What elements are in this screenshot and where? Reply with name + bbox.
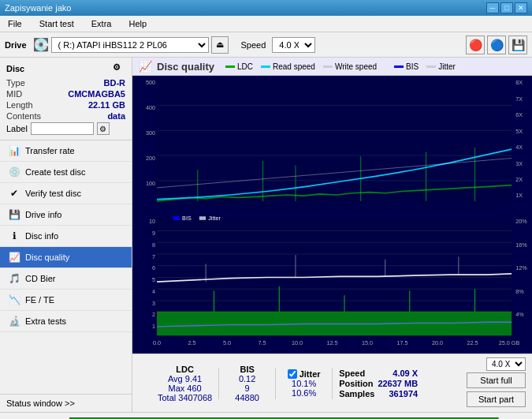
stats-bis-total: 44880 (235, 393, 259, 402)
svg-text:5: 5 (152, 276, 155, 283)
chart-title: Disc quality (157, 61, 214, 73)
stats-ldc-header: LDC (176, 365, 194, 374)
menubar: File Start test Extra Help (0, 16, 532, 32)
disc-gear-icon[interactable]: ⚙ (113, 62, 125, 75)
stats-divider-3 (332, 368, 333, 399)
svg-text:12.5: 12.5 (326, 339, 337, 346)
chart-legend: LDC Read speed Write speed (225, 62, 377, 71)
disc-mid-value: CMCMAGBA5 (68, 89, 125, 99)
stats-bis-header: BIS (240, 365, 254, 374)
legend-jitter-color (426, 65, 436, 68)
svg-text:17.5: 17.5 (396, 339, 407, 346)
minimize-button[interactable]: ─ (486, 2, 499, 13)
speed-value: 4.09 X (392, 368, 418, 378)
svg-text:5.0: 5.0 (223, 339, 231, 346)
disc-info-icon: ℹ (8, 230, 20, 242)
charts-svg: 500 400 300 200 100 8X 7X 6X 5X 4X 3X 2X… (132, 76, 532, 354)
chart-icon: 📈 (139, 60, 152, 73)
toolbar-icon-3[interactable]: 💾 (508, 36, 527, 54)
legend-bis-color (394, 65, 404, 68)
legend-ldc: LDC (225, 62, 253, 71)
svg-rect-0 (157, 80, 512, 206)
drive-select[interactable]: ( R:) ATAPI iHBS112 2 PL06 (51, 37, 209, 53)
verify-test-disc-icon: ✔ (8, 187, 20, 200)
nav-drive-info[interactable]: 💾 Drive info (0, 204, 132, 226)
disc-label-gear[interactable]: ⚙ (97, 122, 110, 135)
menu-extra[interactable]: Extra (87, 17, 117, 30)
status-window[interactable]: Status window >> (0, 394, 132, 412)
svg-text:25.0 GB: 25.0 GB (499, 339, 520, 346)
disc-label-input[interactable] (31, 122, 94, 135)
legend-bis-label: BIS (406, 62, 419, 71)
speed-row: Speed 4.09 X (339, 368, 418, 378)
svg-text:3: 3 (152, 299, 155, 306)
eject-button[interactable]: ⏏ (211, 36, 229, 54)
svg-text:10: 10 (149, 218, 155, 225)
nav-fe-te-label: FE / TE (25, 295, 54, 305)
status-window-label: Status window >> (6, 398, 75, 408)
start-part-button[interactable]: Start part (467, 391, 526, 407)
nav-disc-info[interactable]: ℹ Disc info (0, 226, 132, 247)
svg-text:20.0: 20.0 (432, 339, 443, 346)
svg-rect-71 (173, 216, 180, 220)
samples-row: Samples 361974 (339, 389, 418, 398)
svg-text:400: 400 (146, 104, 155, 111)
toolbar-icon-2[interactable]: 🔵 (487, 36, 506, 54)
speed-select[interactable]: 4.0 X 8.0 X Max (272, 37, 315, 53)
nav-disc-info-label: Disc info (25, 231, 58, 241)
titlebar-controls: ─ □ ✕ (486, 2, 527, 13)
svg-text:3X: 3X (515, 159, 523, 166)
nav-verify-test-disc-label: Verify test disc (25, 189, 81, 198)
speed-select2[interactable]: 4.0 X 8.0 X Max (486, 357, 526, 371)
menu-start-test[interactable]: Start test (35, 17, 79, 30)
svg-text:4%: 4% (515, 311, 524, 318)
disc-contents-value: data (107, 111, 125, 121)
drive-icon: 💽 (33, 37, 49, 52)
nav-disc-quality[interactable]: 📈 Disc quality (0, 247, 132, 268)
stats-bis-max: 9 (245, 383, 250, 393)
drive-info-icon: 💾 (8, 208, 20, 221)
nav-cd-bier[interactable]: 🎵 CD Bier (0, 268, 132, 290)
disc-type-label: Type (6, 78, 25, 88)
nav-disc-quality-label: Disc quality (25, 253, 69, 262)
chart-header: 📈 Disc quality LDC Read speed Write spee… (132, 58, 532, 76)
svg-text:10.0: 10.0 (292, 339, 303, 346)
legend-jitter: Jitter (426, 62, 456, 71)
disc-label-text: Label (6, 124, 28, 133)
svg-text:8X: 8X (515, 79, 523, 86)
menu-help[interactable]: Help (124, 17, 151, 30)
menu-file[interactable]: File (3, 17, 27, 30)
disc-type-row: Type BD-R (6, 78, 125, 88)
stats-bis-col: BIS 0.12 9 44880 (225, 365, 269, 402)
legend-ldc-color (225, 65, 235, 68)
legend-jitter-label: Jitter (438, 62, 456, 71)
main-layout: Disc ⚙ Type BD-R MID CMCMAGBA5 Length 22… (0, 58, 532, 412)
action-col: 4.0 X 8.0 X Max Start full Start part (467, 357, 526, 409)
disc-mid-label: MID (6, 89, 22, 99)
svg-text:16%: 16% (515, 241, 527, 249)
nav-transfer-rate[interactable]: 📊 Transfer rate (0, 140, 132, 162)
nav-fe-te[interactable]: 📉 FE / TE (0, 290, 132, 311)
sidebar-nav: 📊 Transfer rate 💿 Create test disc ✔ Ver… (0, 140, 132, 394)
svg-text:7: 7 (152, 253, 155, 260)
samples-value: 361974 (389, 389, 418, 398)
start-full-button[interactable]: Start full (467, 372, 526, 388)
jitter-checkbox[interactable] (288, 369, 297, 379)
nav-extra-tests[interactable]: 🔬 Extra tests (0, 311, 132, 332)
svg-text:4: 4 (152, 288, 155, 295)
stats-ldc-col: LDC Avg 9.41 Max 460 Total 3407068 (158, 365, 212, 402)
close-button[interactable]: ✕ (515, 2, 527, 13)
drivebar: Drive 💽 ( R:) ATAPI iHBS112 2 PL06 ⏏ Spe… (0, 32, 532, 58)
nav-verify-test-disc[interactable]: ✔ Verify test disc (0, 183, 132, 204)
legend-read-speed: Read speed (261, 62, 315, 71)
legend-bis: BIS (394, 62, 419, 71)
svg-text:22.5: 22.5 (467, 339, 478, 346)
svg-text:6X: 6X (515, 111, 523, 118)
disc-type-value: BD-R (104, 78, 126, 88)
svg-text:1X: 1X (515, 192, 523, 199)
toolbar-icon-1[interactable]: 🔴 (466, 36, 485, 54)
nav-create-test-disc[interactable]: 💿 Create test disc (0, 162, 132, 183)
maximize-button[interactable]: □ (500, 2, 513, 13)
stats-speed-col: Speed 4.09 X Position 22637 MB Samples 3… (339, 368, 418, 398)
statusbar: Test completed 100.0% 31:10 (0, 412, 532, 419)
